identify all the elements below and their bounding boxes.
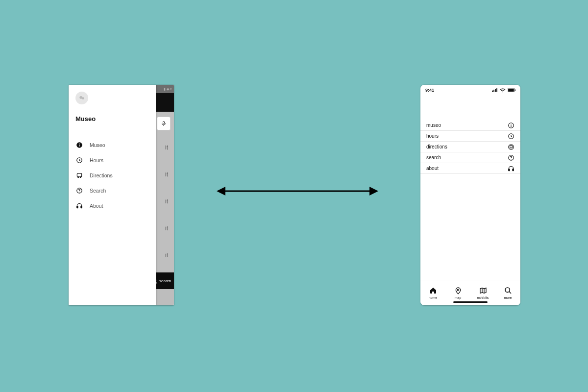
clock-icon — [75, 156, 83, 164]
svg-rect-18 — [76, 206, 77, 208]
svg-rect-11 — [79, 143, 79, 144]
bottom-action-label: search — [159, 279, 171, 283]
svg-marker-2 — [369, 187, 378, 196]
home-icon — [429, 286, 437, 294]
svg-rect-33 — [510, 146, 513, 148]
headphones-icon — [75, 202, 83, 209]
drawer-item-museo[interactable]: Museo — [69, 137, 156, 152]
svg-point-14 — [77, 176, 78, 177]
drawer-item-label: Search — [90, 188, 106, 194]
list-row-hours[interactable]: hours — [420, 131, 520, 142]
svg-rect-19 — [80, 206, 81, 208]
list-row-about[interactable]: about — [420, 163, 520, 174]
help-icon — [75, 187, 83, 194]
signal-icon — [492, 88, 498, 92]
svg-rect-26 — [508, 89, 514, 92]
comparison-arrow — [217, 184, 378, 198]
svg-point-34 — [510, 147, 511, 148]
svg-point-30 — [511, 123, 511, 124]
map-icon — [479, 286, 487, 294]
svg-point-32 — [509, 144, 514, 149]
row-label: directions — [426, 144, 447, 149]
svg-rect-10 — [79, 144, 79, 146]
voice-search-button[interactable] — [157, 117, 171, 130]
drawer-item-search[interactable]: Search — [69, 183, 156, 198]
svg-rect-22 — [495, 89, 496, 92]
tab-label: exhibits — [477, 296, 489, 299]
bus-icon — [75, 172, 83, 179]
ios-status-bar: 9:41 — [420, 85, 520, 96]
battery-icon — [508, 88, 515, 92]
tab-home[interactable]: home — [420, 280, 445, 305]
svg-line-44 — [509, 292, 511, 294]
divider — [69, 134, 156, 134]
svg-point-35 — [512, 147, 512, 148]
list-row-directions[interactable]: directions — [420, 142, 520, 152]
svg-point-24 — [502, 91, 503, 92]
svg-rect-39 — [513, 169, 514, 171]
tab-label: map — [455, 296, 462, 299]
svg-rect-23 — [496, 88, 497, 92]
svg-marker-1 — [217, 187, 225, 196]
svg-rect-21 — [493, 90, 494, 92]
help-icon — [508, 154, 514, 161]
svg-rect-38 — [509, 169, 510, 171]
svg-rect-13 — [77, 173, 81, 176]
svg-rect-3 — [163, 122, 165, 124]
status-time: 9:41 — [425, 88, 434, 93]
drawer-item-directions[interactable]: Directions — [69, 168, 156, 183]
tab-label: home — [429, 296, 438, 299]
drawer-title: Museo — [75, 115, 149, 122]
svg-point-37 — [511, 159, 511, 159]
drawer-item-label: Hours — [90, 157, 103, 163]
drawer-item-label: About — [90, 203, 103, 209]
navigation-drawer: Museo Museo Hours Directions Search Abou… — [69, 85, 156, 305]
svg-point-17 — [79, 192, 79, 192]
search-icon — [504, 286, 512, 294]
tab-label: more — [504, 296, 512, 299]
list-row-search[interactable]: search — [420, 152, 520, 163]
svg-point-8 — [82, 97, 84, 99]
info-icon — [508, 122, 514, 129]
drawer-item-label: Museo — [90, 142, 105, 148]
drawer-item-hours[interactable]: Hours — [69, 152, 156, 168]
row-label: hours — [426, 133, 439, 139]
ios-mock: 9:41 museo hours directions search about… — [420, 85, 520, 305]
row-label: about — [426, 166, 439, 171]
wifi-icon — [500, 88, 506, 93]
android-mock: ▮◆▾ it it it it it search Museo Museo Ho… — [69, 85, 174, 305]
train-icon — [508, 144, 514, 150]
list-row-museo[interactable]: museo — [420, 120, 520, 131]
ios-tabbar: home map exhibits more — [420, 280, 520, 305]
avatar[interactable] — [75, 92, 88, 104]
row-label: search — [426, 155, 441, 160]
svg-point-15 — [80, 176, 81, 177]
info-icon — [75, 141, 83, 148]
pin-icon — [454, 286, 462, 294]
drawer-item-about[interactable]: About — [69, 198, 156, 213]
svg-rect-27 — [515, 89, 515, 91]
drawer-item-label: Directions — [90, 172, 113, 178]
drawer-header: Museo — [69, 85, 156, 134]
headphones-icon — [508, 165, 514, 172]
row-label: museo — [426, 122, 441, 128]
svg-rect-20 — [492, 91, 493, 92]
svg-point-40 — [457, 289, 459, 291]
tab-more[interactable]: more — [495, 280, 520, 305]
svg-point-43 — [505, 288, 510, 292]
clock-icon — [508, 133, 514, 140]
home-indicator — [453, 301, 488, 303]
